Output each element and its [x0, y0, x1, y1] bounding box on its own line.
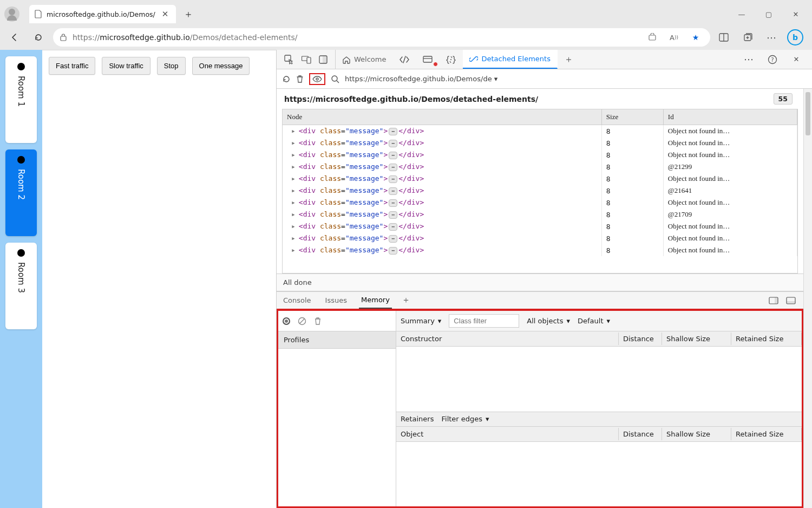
devtools-close-icon[interactable]: ✕ [788, 51, 804, 68]
filter-edges-select[interactable]: Filter edges▾ [441, 415, 489, 423]
device-emulation-icon[interactable] [302, 55, 311, 64]
slow-traffic-button[interactable]: Slow traffic [102, 57, 150, 75]
profile-avatar[interactable] [4, 6, 19, 22]
devtools-more-icon[interactable]: ⋯ [741, 51, 757, 68]
table-row[interactable]: ▸<div class="message">⋯</div>8Object not… [283, 220, 797, 232]
retainers-table-body[interactable] [396, 442, 802, 507]
ellipsis-chip[interactable]: ⋯ [389, 187, 397, 195]
bing-chat-icon[interactable]: b [787, 29, 803, 45]
col-shallow2[interactable]: Shallow Size [662, 428, 731, 440]
ellipsis-chip[interactable]: ⋯ [389, 140, 397, 147]
objects-scope-select[interactable]: All objects▾ [527, 317, 570, 325]
window-close[interactable]: ✕ [784, 5, 808, 23]
expand-icon[interactable]: ▸ [291, 174, 296, 183]
sources-tab[interactable] [440, 50, 463, 69]
ellipsis-chip[interactable]: ⋯ [389, 247, 397, 255]
class-filter-input[interactable] [449, 314, 519, 328]
col-object[interactable]: Object [396, 428, 619, 440]
shopping-icon[interactable] [644, 29, 660, 45]
ellipsis-chip[interactable]: ⋯ [389, 223, 397, 231]
constructor-table-body[interactable] [396, 347, 802, 412]
col-retained2[interactable]: Retained Size [731, 428, 802, 440]
expand-icon[interactable]: ▸ [291, 198, 296, 206]
drawer-tab-memory[interactable]: Memory [359, 292, 392, 309]
clear-profiles-icon[interactable] [298, 317, 306, 325]
ellipsis-chip[interactable]: ⋯ [389, 164, 397, 171]
ellipsis-chip[interactable]: ⋯ [389, 152, 397, 159]
back-button[interactable] [5, 28, 24, 47]
drawer-add-tab[interactable]: ＋ [402, 295, 410, 306]
devtools-help-icon[interactable]: ? [764, 51, 781, 68]
expand-icon[interactable]: ▸ [291, 127, 296, 135]
address-bar[interactable]: https://microsoftedge.github.io/Demos/de… [53, 28, 710, 47]
table-row[interactable]: ▸<div class="message">⋯</div>8Object not… [283, 197, 797, 209]
expand-icon[interactable]: ▸ [291, 246, 296, 254]
col-constructor[interactable]: Constructor [396, 333, 619, 345]
detached-elements-tab[interactable]: Detached Elements [463, 50, 557, 69]
ellipsis-chip[interactable]: ⋯ [389, 235, 397, 243]
record-heap-icon[interactable] [283, 317, 290, 325]
site-info-icon[interactable] [60, 33, 67, 42]
column-node[interactable]: Node [283, 109, 601, 125]
column-id[interactable]: Id [663, 109, 797, 125]
fast-traffic-button[interactable]: Fast traffic [49, 57, 95, 75]
ellipsis-chip[interactable]: ⋯ [389, 128, 397, 135]
expand-drawer-icon[interactable] [786, 297, 796, 304]
new-tab-button[interactable]: ＋ [180, 6, 197, 22]
table-row[interactable]: ▸<div class="message">⋯</div>8Object not… [283, 244, 797, 256]
col-distance2[interactable]: Distance [619, 428, 662, 440]
col-distance[interactable]: Distance [619, 333, 662, 345]
col-shallow[interactable]: Shallow Size [662, 333, 731, 345]
dock-side-icon[interactable] [769, 297, 778, 304]
settings-more-icon[interactable]: ⋯ [763, 29, 780, 45]
search-icon[interactable] [331, 75, 339, 83]
room-tab-3[interactable]: Room 3 [5, 243, 37, 329]
tab-close-button[interactable]: ✕ [160, 9, 171, 19]
drawer-tab-issues[interactable]: Issues [323, 292, 349, 309]
welcome-tab[interactable]: Welcome [336, 50, 393, 69]
table-row[interactable]: ▸<div class="message">⋯</div>8Object not… [283, 149, 797, 161]
drawer-tab-console[interactable]: Console [281, 292, 313, 309]
frame-url-select[interactable]: https://microsoftedge.github.io/Demos/de… [345, 75, 497, 83]
memory-view-select[interactable]: Summary▾ [401, 317, 441, 325]
vertical-scrollbar[interactable] [803, 89, 812, 508]
favorite-star-icon[interactable]: ★ [687, 29, 704, 45]
table-row[interactable]: ▸<div class="message">⋯</div>8Object not… [283, 232, 797, 244]
analyze-icon[interactable] [309, 73, 325, 85]
refresh-detached-icon[interactable] [282, 75, 291, 83]
table-row[interactable]: ▸<div class="message">⋯</div>8Object not… [283, 125, 797, 138]
one-message-button[interactable]: One message [192, 57, 250, 75]
more-tabs-button[interactable]: ＋ [558, 50, 580, 69]
detached-table[interactable]: Node Size Id ▸<div class="message">⋯</di… [282, 109, 798, 273]
expand-icon[interactable]: ▸ [291, 234, 296, 242]
elements-tab[interactable] [393, 50, 416, 69]
delete-profile-icon[interactable] [314, 317, 322, 325]
expand-icon[interactable]: ▸ [291, 222, 296, 230]
network-console-tab[interactable] [416, 50, 440, 69]
delete-icon[interactable] [296, 75, 304, 83]
window-maximize[interactable]: ▢ [757, 5, 781, 23]
expand-icon[interactable]: ▸ [291, 151, 296, 159]
expand-icon[interactable]: ▸ [291, 186, 296, 194]
table-row[interactable]: ▸<div class="message">⋯</div>8Object not… [283, 137, 797, 149]
expand-icon[interactable]: ▸ [291, 139, 296, 147]
ellipsis-chip[interactable]: ⋯ [389, 199, 397, 207]
expand-icon[interactable]: ▸ [291, 162, 296, 171]
stop-button[interactable]: Stop [157, 57, 186, 75]
default-filter-select[interactable]: Default▾ [578, 317, 610, 325]
split-screen-icon[interactable] [716, 29, 732, 45]
table-row[interactable]: ▸<div class="message">⋯</div>8@21709 [283, 209, 797, 220]
expand-icon[interactable]: ▸ [291, 210, 296, 218]
table-row[interactable]: ▸<div class="message">⋯</div>8@21299 [283, 161, 797, 173]
table-row[interactable]: ▸<div class="message">⋯</div>8Object not… [283, 173, 797, 185]
ellipsis-chip[interactable]: ⋯ [389, 211, 397, 219]
collections-icon[interactable] [739, 29, 756, 45]
refresh-button[interactable] [29, 28, 48, 47]
column-size[interactable]: Size [601, 109, 663, 125]
window-minimize[interactable]: — [730, 5, 754, 23]
room-tab-2[interactable]: Room 2 [5, 149, 37, 236]
device-emulation-alt-icon[interactable] [319, 55, 328, 64]
browser-tab[interactable]: microsoftedge.github.io/Demos/ ✕ [29, 5, 176, 23]
inspect-element-icon[interactable] [284, 55, 294, 64]
read-aloud-icon[interactable]: A)) [666, 29, 682, 45]
